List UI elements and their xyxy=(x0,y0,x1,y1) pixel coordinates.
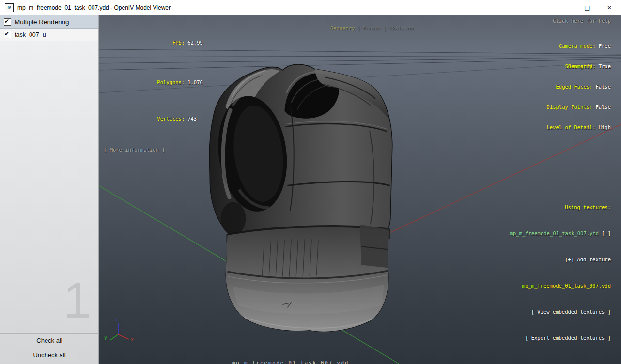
sidebar-buttons: Check all Uncheck all xyxy=(0,333,98,362)
geometry-row: Geometry:True xyxy=(547,63,611,70)
help-link[interactable]: Click here for help xyxy=(553,17,611,25)
vertices-value: 743 xyxy=(187,116,197,121)
axis-y-line xyxy=(110,334,118,340)
model-checkbox[interactable] xyxy=(4,31,11,38)
tab-separator: | xyxy=(384,25,387,31)
render-settings: Geometry:True Edged Faces:False Display … xyxy=(547,49,611,144)
main-content: Multiple Rendering task_007_u 1 Check al… xyxy=(0,15,621,364)
axis-gizmo: z y x xyxy=(104,317,134,342)
tab-geometry[interactable]: Geometry xyxy=(330,25,355,31)
axis-y-label: y xyxy=(104,335,107,340)
tab-separator: | xyxy=(357,25,360,31)
using-textures-label: Using textures: xyxy=(510,203,611,212)
geometry-label: Geometry: xyxy=(568,63,596,69)
multiple-rendering-label: Multiple Rendering xyxy=(15,18,69,26)
tab-bounds[interactable]: Bounds xyxy=(363,25,381,31)
view-embedded-textures-button[interactable]: [ View embedded textures ] xyxy=(510,307,611,316)
sidebar: Multiple Rendering task_007_u 1 Check al… xyxy=(0,15,99,364)
camera-mode-row: Camera mode:Free xyxy=(559,43,611,49)
check-all-button[interactable]: Check all xyxy=(0,333,98,348)
bottom-clipped-text: mp_m_freemode_01_task_007.ydd xyxy=(232,359,349,364)
axis-x-label: x xyxy=(131,337,134,342)
ytd-texture-row: mp_m_freemode_01_task_007.ytd[-] xyxy=(510,229,611,238)
edged-faces-value: False xyxy=(595,84,611,90)
uncheck-all-button[interactable]: Uncheck all xyxy=(0,348,98,362)
stats-panel: FPS:62,99 Polygons:1.076 Vertices:743 [ … xyxy=(104,17,203,168)
model-label: task_007_u xyxy=(15,31,46,38)
ydd-file-name: mp_m_freemode_01_task_007.ydd xyxy=(510,281,611,290)
display-points-value: False xyxy=(595,104,611,110)
fps-row: FPS:62,99 xyxy=(104,32,203,54)
level-of-detail-value: High xyxy=(599,124,611,130)
tab-skeleton[interactable]: Skeleton xyxy=(389,25,414,31)
app-icon-text: IV xyxy=(8,6,11,9)
model-list-item[interactable]: task_007_u xyxy=(0,29,98,41)
app-icon: IV xyxy=(5,3,14,12)
level-of-detail-row: Level of Detail:High xyxy=(547,124,611,131)
minimize-button[interactable]: — xyxy=(554,0,576,15)
polygons-value: 1.076 xyxy=(187,79,203,85)
remove-texture-button[interactable]: [-] xyxy=(602,230,611,236)
titlebar: IV mp_m_freemode_01_task_007.ydd - OpenI… xyxy=(0,0,621,15)
edged-faces-label: Edged Faces: xyxy=(556,84,593,90)
polygons-label: Polygons: xyxy=(134,79,185,86)
fps-label: FPS: xyxy=(134,39,185,46)
camera-mode-value: Free xyxy=(599,43,611,49)
axis-z-label: z xyxy=(115,317,118,322)
viewport-3d[interactable]: z y x FPS:62,99 Polygons:1.076 Vertices:… xyxy=(99,15,621,364)
multiple-rendering-row[interactable]: Multiple Rendering xyxy=(0,15,98,29)
textures-panel: Using textures: mp_m_freemode_01_task_00… xyxy=(510,185,611,360)
close-button[interactable]: ✕ xyxy=(598,0,621,15)
vertices-label: Vertices: xyxy=(134,115,185,122)
edged-faces-row: Edged Faces:False xyxy=(547,83,611,90)
level-of-detail-label: Level of Detail: xyxy=(547,124,596,130)
model-count-watermark: 1 xyxy=(63,278,91,323)
more-information-link[interactable]: [ More information ] xyxy=(104,146,203,153)
geometry-value: True xyxy=(599,63,611,69)
window-controls: — □ ✕ xyxy=(554,0,621,15)
polygons-row: Polygons:1.076 xyxy=(104,72,203,93)
app-window: IV mp_m_freemode_01_task_007.ydd - OpenI… xyxy=(0,0,621,364)
vertices-row: Vertices:743 xyxy=(104,108,203,130)
add-texture-button[interactable]: [+] Add texture xyxy=(510,255,611,264)
axis-x-line xyxy=(118,334,129,339)
camera-mode-label: Camera mode: xyxy=(559,43,596,49)
maximize-button[interactable]: □ xyxy=(576,0,598,15)
export-embedded-textures-button[interactable]: [ Export embedded textures ] xyxy=(510,334,611,342)
vest-model xyxy=(209,64,392,332)
display-points-label: Display Points: xyxy=(547,104,593,110)
ytd-texture-name[interactable]: mp_m_freemode_01_task_007.ytd xyxy=(510,230,599,236)
fps-value: 62,99 xyxy=(187,40,203,46)
render-mode-tabs: Geometry|Bounds|Skeleton xyxy=(306,17,413,39)
multiple-rendering-checkbox[interactable] xyxy=(4,18,11,26)
display-points-row: Display Points:False xyxy=(547,104,611,110)
window-title: mp_m_freemode_01_task_007.ydd - OpenIV M… xyxy=(17,4,171,11)
